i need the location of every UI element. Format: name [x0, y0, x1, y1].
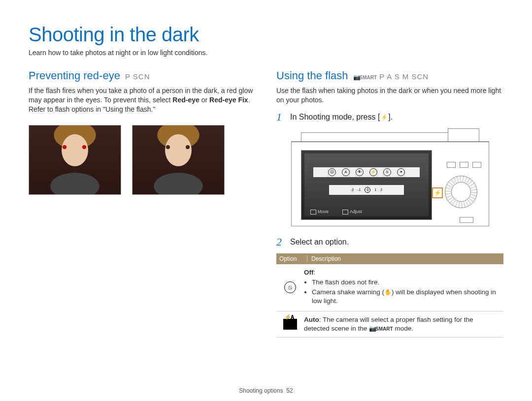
smart-mode-icon: SMART	[369, 326, 393, 332]
step-text: Select an option.	[290, 237, 349, 247]
camera-controls	[442, 162, 482, 208]
option-icon-cell: ⦸	[276, 268, 304, 307]
flash-body: Use the flash when taking photos in the …	[276, 86, 503, 105]
camera-button-2	[460, 162, 468, 168]
camera-screen: ⓪ A 👁 ⚡ S ✶ -2 -1 0 1 2	[301, 150, 432, 220]
option-icon-cell	[276, 315, 304, 333]
camera-lower-button	[460, 217, 473, 223]
section-heading-redeye: Preventing red-eye P SCN	[29, 69, 256, 82]
smart-mode-icon: SMART	[353, 75, 377, 80]
mode-labels: SMART P A S M SCN	[353, 72, 429, 81]
ev-compensation-bar: -2 -1 0 1 2	[329, 185, 404, 195]
manual-page: Shooting in the dark Learn how to take p…	[0, 0, 532, 338]
page-subtitle: Learn how to take photos at night or in …	[29, 49, 503, 57]
camera-illustration: ⓪ A 👁 ⚡ S ✶ -2 -1 0 1 2	[291, 128, 490, 227]
flash-redeyefix-icon: ✶	[397, 168, 405, 176]
camera-button-3	[472, 162, 481, 168]
step-number: 2	[276, 237, 285, 247]
flash-slow-icon: S	[383, 168, 391, 176]
table-header: Option Description	[276, 253, 503, 264]
step-number: 1	[276, 112, 285, 123]
section-title: Preventing red-eye	[29, 69, 120, 82]
step-1: 1 In Shooting mode, press [⚡].	[276, 112, 503, 123]
flash-options-bar: ⓪ A 👁 ⚡ S ✶	[313, 167, 420, 177]
table-row: ⦸ Off: The flash does not fire. Camera s…	[276, 264, 503, 311]
flash-off-icon: ⦸	[284, 281, 296, 293]
flash-redeye-icon: 👁	[356, 168, 364, 176]
options-table: Option Description ⦸ Off: The flash does…	[276, 253, 503, 338]
right-column: Using the flash SMART P A S M SCN Use th…	[276, 69, 503, 338]
page-footer: Shooting options 52	[0, 387, 532, 394]
flash-auto-icon: A	[342, 168, 350, 176]
camera-button-1	[447, 162, 456, 168]
example-photos	[29, 125, 256, 195]
content-columns: Preventing red-eye P SCN If the flash fi…	[29, 69, 503, 338]
photo-redeye-before	[29, 125, 121, 195]
flash-icon: ⚡	[381, 113, 387, 121]
left-column: Preventing red-eye P SCN If the flash fi…	[29, 69, 256, 338]
flash-off-icon: ⓪	[328, 168, 336, 176]
header-option: Option	[276, 255, 307, 262]
flash-button-highlight: ⚡	[432, 187, 443, 198]
page-title: Shooting in the dark	[29, 24, 503, 46]
table-row: Auto: The camera will select a proper fl…	[276, 311, 503, 338]
flash-auto-icon	[283, 319, 297, 330]
screen-hints: Move Adjust	[310, 209, 362, 215]
step-text: In Shooting mode, press [⚡].	[290, 112, 393, 122]
control-wheel	[445, 176, 477, 208]
section-heading-flash: Using the flash SMART P A S M SCN	[276, 69, 503, 82]
section-title: Using the flash	[276, 69, 348, 82]
mode-labels: P SCN	[125, 72, 150, 81]
step-2: 2 Select an option.	[276, 237, 503, 247]
option-description: Auto: The camera will select a proper fl…	[304, 315, 503, 333]
flash-fill-icon: ⚡	[369, 168, 377, 176]
header-description: Description	[307, 255, 503, 262]
redeye-body: If the flash fires when you take a photo…	[29, 86, 256, 114]
option-description: Off: The flash does not fire. Camera sha…	[304, 268, 503, 307]
shake-warning-icon: ✋	[384, 289, 392, 296]
move-key-icon	[310, 210, 316, 215]
adjust-key-icon	[342, 210, 348, 215]
photo-redeye-after	[132, 125, 225, 195]
